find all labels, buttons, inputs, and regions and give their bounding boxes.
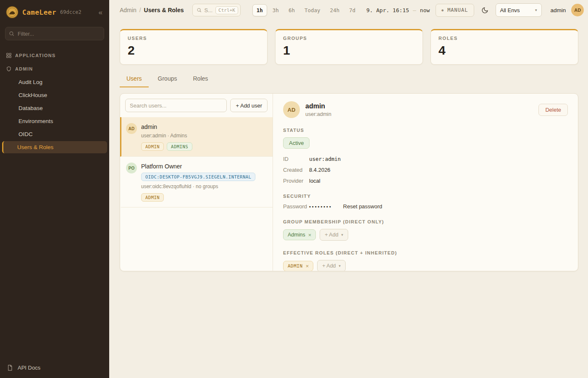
breadcrumb: Admin / Users & Roles xyxy=(120,7,184,13)
caret-down-icon: ▾ xyxy=(341,233,344,237)
stat-label: GROUPS xyxy=(283,36,415,41)
time-from: 9. Apr. 16:15 xyxy=(366,7,409,13)
environment-value: All Envs xyxy=(500,7,520,13)
command-palette-button[interactable]: S... Ctrl+K xyxy=(192,4,241,16)
sidebar-collapse-button[interactable]: « xyxy=(98,9,103,16)
group-chip-label: Admins xyxy=(288,232,305,238)
moon-icon xyxy=(481,7,488,14)
field-row-id: ID user:admin xyxy=(283,156,568,162)
time-range-6h[interactable]: 6h xyxy=(284,4,299,16)
app-title: CameLeer xyxy=(22,8,56,16)
stat-card-users[interactable]: USERS 2 xyxy=(120,29,268,65)
time-range-7d[interactable]: 7d xyxy=(345,4,360,16)
time-to: now xyxy=(420,7,430,13)
role-chip-label: ADMIN xyxy=(288,263,303,269)
sidebar-item-audit-log[interactable]: Audit Log xyxy=(0,76,109,88)
remove-group-button[interactable]: × xyxy=(308,232,312,238)
user-item-badges: ADMIN xyxy=(141,193,267,202)
sidebar-section-applications[interactable]: APPLICATIONS xyxy=(0,49,109,62)
user-list-toolbar: + Add user xyxy=(120,94,273,117)
sidebar-filter-input[interactable] xyxy=(5,27,104,40)
shield-icon xyxy=(6,66,12,72)
sidebar-section-admin[interactable]: ADMIN xyxy=(0,62,109,76)
breadcrumb-admin-link[interactable]: Admin xyxy=(120,7,136,13)
grid-icon xyxy=(6,52,12,58)
sidebar-item-clickhouse[interactable]: ClickHouse xyxy=(0,89,109,101)
user-item-badges: ADMIN ADMINS xyxy=(141,142,267,151)
stat-label: USERS xyxy=(128,36,260,41)
password-row: Password •••••••• Reset password xyxy=(283,203,568,210)
time-separator: — xyxy=(413,7,416,13)
user-detail-header: AD admin user:admin Delete xyxy=(283,101,568,118)
add-group-label: + Add xyxy=(325,232,338,238)
app-logo-icon xyxy=(6,6,18,18)
delete-user-button[interactable]: Delete xyxy=(538,104,568,116)
tab-roles[interactable]: Roles xyxy=(186,72,215,87)
search-icon xyxy=(197,8,202,13)
user-item-body: Platform Owner OIDC:DESKTOP-FB5VGJ9.SIEG… xyxy=(141,162,267,202)
document-icon xyxy=(7,365,13,371)
keyboard-shortcut-badge: Ctrl+K xyxy=(215,6,238,14)
sidebar-filter xyxy=(5,27,104,40)
search-placeholder-text: S... xyxy=(205,7,213,13)
status-dot-icon: ● xyxy=(441,8,444,12)
sidebar-section-label: APPLICATIONS xyxy=(15,53,56,58)
user-search-input[interactable] xyxy=(125,99,227,112)
api-docs-link[interactable]: API Docs xyxy=(0,357,109,378)
user-item-name: Platform Owner xyxy=(141,163,267,170)
stat-value: 2 xyxy=(128,43,260,58)
tab-groups[interactable]: Groups xyxy=(151,72,184,87)
detail-fields: ID user:admin Created 8.4.2026 Provider … xyxy=(283,156,568,184)
sidebar-item-users-roles[interactable]: Users & Roles xyxy=(2,141,107,153)
breadcrumb-separator: / xyxy=(139,7,141,13)
sidebar-nav: Audit Log ClickHouse Database Environmen… xyxy=(0,76,109,157)
search-icon xyxy=(9,31,14,37)
stat-label: ROLES xyxy=(438,36,570,41)
user-avatar[interactable]: AD xyxy=(571,4,584,16)
field-row-provider: Provider local xyxy=(283,178,568,184)
time-range-24h[interactable]: 24h xyxy=(326,4,344,16)
stat-card-groups[interactable]: GROUPS 1 xyxy=(275,29,423,65)
sidebar-item-oidc[interactable]: OIDC xyxy=(0,128,109,140)
user-list-item-admin[interactable]: AD admin user:admin · Admins ADMIN ADMIN… xyxy=(120,117,273,157)
theme-toggle-button[interactable] xyxy=(480,5,490,16)
add-role-button[interactable]: + Add ▾ xyxy=(317,260,346,271)
user-item-subtitle: user:admin · Admins xyxy=(141,133,267,139)
status-section-heading: STATUS xyxy=(283,128,568,133)
user-item-name: admin xyxy=(141,123,267,130)
sidebar: CameLeer 69dcce2 « APPLICATIONS ADMIN Au… xyxy=(0,0,109,378)
time-window-display[interactable]: 9. Apr. 16:15 — now xyxy=(366,7,430,13)
time-range-today[interactable]: Today xyxy=(300,4,325,16)
stat-value: 4 xyxy=(438,43,570,58)
remove-role-button[interactable]: × xyxy=(306,263,309,269)
refresh-mode-button[interactable]: ● MANUAL xyxy=(436,4,474,17)
field-label: Created xyxy=(283,167,309,173)
main-area: Admin / Users & Roles S... Ctrl+K 1h 3h … xyxy=(109,0,588,378)
caret-down-icon: ▾ xyxy=(339,264,341,268)
app-root: CameLeer 69dcce2 « APPLICATIONS ADMIN Au… xyxy=(0,0,588,378)
user-avatar: PO xyxy=(126,163,137,173)
security-section-heading: SECURITY xyxy=(283,194,568,199)
sidebar-item-database[interactable]: Database xyxy=(0,102,109,114)
field-label: ID xyxy=(283,156,309,162)
topbar-right: ● MANUAL All Envs ▾ admin AD xyxy=(436,3,584,17)
add-group-button[interactable]: + Add ▾ xyxy=(320,229,348,241)
field-value: 8.4.2026 xyxy=(309,167,331,173)
user-avatar: AD xyxy=(283,101,300,118)
time-range-3h[interactable]: 3h xyxy=(268,4,283,16)
user-list-item-platform-owner[interactable]: PO Platform Owner OIDC:DESKTOP-FB5VGJ9.S… xyxy=(120,157,273,207)
user-avatar: AD xyxy=(126,123,137,134)
reset-password-link[interactable]: Reset password xyxy=(343,203,382,210)
mode-label: MANUAL xyxy=(447,7,468,13)
group-chips-row: Admins × + Add ▾ xyxy=(283,229,568,241)
add-user-button[interactable]: + Add user xyxy=(230,99,268,112)
user-detail-id: user:admin xyxy=(305,111,331,117)
tab-users[interactable]: Users xyxy=(120,72,149,87)
stat-card-roles[interactable]: ROLES 4 xyxy=(430,29,578,65)
user-name-label: admin xyxy=(551,7,566,13)
environment-select[interactable]: All Envs ▾ xyxy=(496,3,542,17)
time-range-1h[interactable]: 1h xyxy=(252,4,267,16)
role-chip-admin: ADMIN × xyxy=(283,261,313,271)
time-range-group: 1h 3h 6h Today 24h 7d xyxy=(252,4,360,16)
sidebar-item-environments[interactable]: Environments xyxy=(0,115,109,127)
